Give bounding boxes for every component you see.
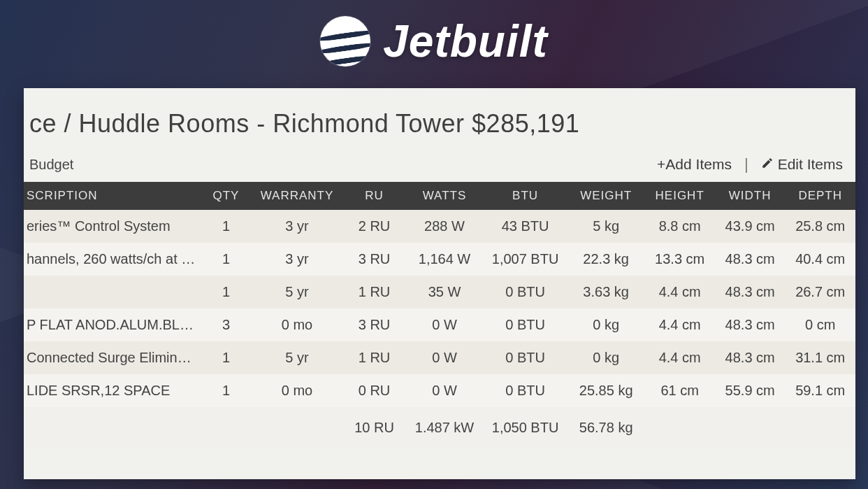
cell-width: 48.3 cm [715,276,786,309]
total-btu: 1,050 BTU [483,407,567,448]
budget-label: Budget [28,157,73,173]
cell-description [24,276,201,309]
table-row[interactable]: hannels, 260 watts/ch at 8...13 yr3 RU1,… [24,243,855,276]
cell-depth: 40.4 cm [785,243,855,276]
cell-depth: 31.1 cm [785,341,855,374]
col-weight[interactable]: WEIGHT [567,182,645,210]
cell-qty: 1 [201,276,251,309]
cell-btu: 43 BTU [483,210,567,243]
cell-height: 8.8 cm [644,210,715,243]
cell-height: 61 cm [644,374,715,407]
cell-qty: 1 [201,243,251,276]
cell-warranty: 3 yr [252,243,343,276]
col-width[interactable]: WIDTH [715,182,786,210]
cell-warranty: 0 mo [252,374,343,407]
total-ru: 10 RU [342,407,405,448]
col-height[interactable]: HEIGHT [644,182,715,210]
table-row[interactable]: eries™ Control System13 yr2 RU288 W43 BT… [24,210,855,243]
cell-description: hannels, 260 watts/ch at 8... [24,243,201,276]
cell-warranty: 0 mo [252,309,343,341]
cell-ru: 1 RU [342,341,405,374]
col-warranty[interactable]: WARRANTY [252,182,343,210]
cell-qty: 3 [201,309,251,341]
cell-width: 48.3 cm [715,309,786,341]
table-row[interactable]: P FLAT ANOD.ALUM.BLANK30 mo3 RU0 W0 BTU0… [24,309,855,341]
brand-name: Jetbuilt [383,15,548,67]
table-header-row: SCRIPTION QTY WARRANTY RU WATTS BTU WEIG… [24,182,855,210]
cell-weight: 0 kg [567,341,645,374]
cell-warranty: 5 yr [252,276,343,309]
cell-ru: 3 RU [342,309,405,341]
cell-watts: 35 W [406,276,484,309]
cell-warranty: 5 yr [252,341,343,374]
cell-depth: 0 cm [785,309,855,341]
cell-weight: 22.3 kg [567,243,645,276]
cell-depth: 26.7 cm [785,276,855,309]
cell-weight: 25.85 kg [567,374,645,407]
col-btu[interactable]: BTU [483,182,567,210]
cell-depth: 25.8 cm [785,210,855,243]
cell-height: 4.4 cm [644,341,715,374]
cell-btu: 0 BTU [483,374,567,407]
cell-watts: 0 W [406,374,484,407]
cell-weight: 0 kg [567,309,645,341]
cell-qty: 1 [201,341,251,374]
cell-width: 55.9 cm [715,374,786,407]
cell-description: Connected Surge Eliminato... [24,341,201,374]
cell-qty: 1 [201,210,251,243]
page-title: ce / Huddle Rooms - Richmond Tower $285,… [24,88,855,139]
cell-depth: 59.1 cm [785,374,855,407]
cell-btu: 0 BTU [483,341,567,374]
cell-ru: 1 RU [342,276,405,309]
cell-btu: 0 BTU [483,276,567,309]
cell-btu: 0 BTU [483,309,567,341]
table-row[interactable]: Connected Surge Eliminato...15 yr1 RU0 W… [24,341,855,374]
table-row[interactable]: 15 yr1 RU35 W0 BTU3.63 kg4.4 cm48.3 cm26… [24,276,855,309]
cell-weight: 5 kg [567,210,645,243]
cell-watts: 0 W [406,341,484,374]
cell-width: 48.3 cm [715,243,786,276]
cell-watts: 0 W [406,309,484,341]
brand-header: Jetbuilt [0,0,868,67]
cell-height: 4.4 cm [644,276,715,309]
cell-height: 13.3 cm [644,243,715,276]
col-depth[interactable]: DEPTH [785,182,855,210]
col-ru[interactable]: RU [342,182,405,210]
cell-ru: 2 RU [342,210,405,243]
total-watts: 1.487 kW [406,407,484,448]
edit-items-label: Edit Items [778,156,843,173]
cell-description: LIDE SRSR,12 SPACE [24,374,201,407]
items-toolbar: Budget +Add Items | Edit Items [24,139,855,182]
cell-description: eries™ Control System [24,210,201,243]
cell-btu: 1,007 BTU [483,243,567,276]
table-row[interactable]: LIDE SRSR,12 SPACE10 mo0 RU0 W0 BTU25.85… [24,374,855,407]
cell-weight: 3.63 kg [567,276,645,309]
cell-ru: 0 RU [342,374,405,407]
table-totals-row: 10 RU 1.487 kW 1,050 BTU 56.78 kg [24,407,855,448]
items-table: SCRIPTION QTY WARRANTY RU WATTS BTU WEIG… [24,182,855,448]
col-description[interactable]: SCRIPTION [24,182,201,210]
add-items-button[interactable]: +Add Items [657,156,732,173]
cell-height: 4.4 cm [644,309,715,341]
jetbuilt-logo-icon [320,16,370,66]
cell-qty: 1 [201,374,251,407]
cell-width: 48.3 cm [715,341,786,374]
cell-description: P FLAT ANOD.ALUM.BLANK [24,309,201,341]
cell-ru: 3 RU [342,243,405,276]
col-qty[interactable]: QTY [201,182,251,210]
project-panel: ce / Huddle Rooms - Richmond Tower $285,… [24,88,855,479]
edit-items-button[interactable]: Edit Items [761,156,843,173]
toolbar-separator: | [744,155,748,173]
cell-warranty: 3 yr [252,210,343,243]
pencil-icon [761,156,774,173]
col-watts[interactable]: WATTS [406,182,484,210]
cell-watts: 1,164 W [406,243,484,276]
cell-width: 43.9 cm [715,210,786,243]
total-weight: 56.78 kg [567,407,645,448]
cell-watts: 288 W [406,210,484,243]
